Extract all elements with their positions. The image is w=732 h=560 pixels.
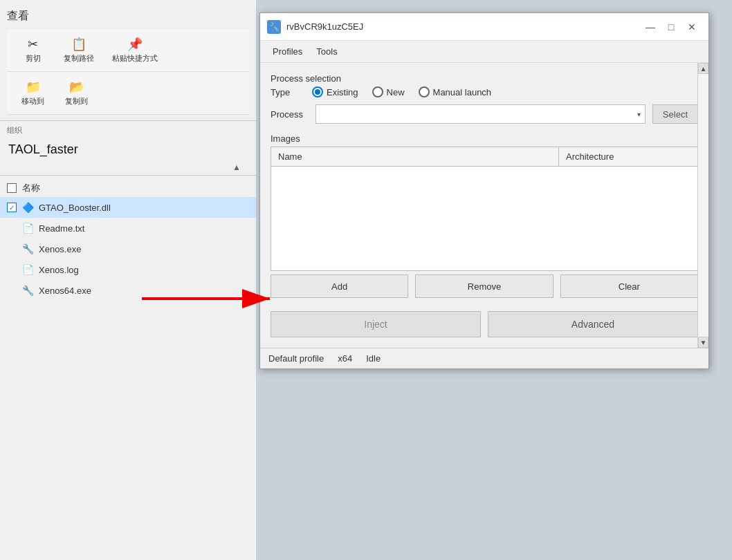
scroll-down[interactable]: ▼ bbox=[698, 337, 708, 348]
maximize-button[interactable]: □ bbox=[661, 19, 681, 35]
dialog-window: 🔧 rvBvCR9k1uzC5EJ — □ ✕ Profiles Tools P… bbox=[259, 12, 709, 369]
app-icon: 🔧 bbox=[267, 20, 281, 34]
folder-title: TAOL_faster bbox=[0, 137, 256, 160]
menu-bar: Profiles Tools bbox=[260, 41, 708, 63]
status-profile: Default profile bbox=[268, 353, 324, 364]
file-checkbox-empty[interactable] bbox=[7, 223, 17, 233]
cut-button[interactable]: ✂ 剪切 bbox=[14, 33, 52, 67]
paste-icon: 📌 bbox=[127, 37, 143, 52]
process-row: Process ▾ Select bbox=[271, 104, 698, 124]
type-label: Type bbox=[271, 87, 298, 97]
toolbar-buttons: ✂ 剪切 📋 复制路径 📌 粘贴快捷方式 bbox=[7, 29, 249, 72]
red-arrow bbox=[142, 288, 280, 309]
exe64-icon: 🔧 bbox=[21, 283, 35, 297]
select-all-checkbox[interactable] bbox=[7, 183, 17, 193]
paste-label: 粘贴快捷方式 bbox=[112, 53, 158, 64]
name-column-header: 名称 bbox=[22, 182, 40, 194]
process-dropdown[interactable]: ▾ bbox=[315, 104, 646, 124]
process-selection-section: Process selection Type Existing New Manu… bbox=[271, 73, 698, 124]
file-name: Xenos64.exe bbox=[39, 286, 91, 296]
file-name: Xenos.exe bbox=[39, 244, 81, 254]
title-bar: 🔧 rvBvCR9k1uzC5EJ — □ ✕ bbox=[260, 13, 708, 41]
file-checkbox-empty[interactable] bbox=[7, 244, 17, 254]
images-section-label: Images bbox=[271, 133, 698, 144]
advanced-button[interactable]: Advanced bbox=[488, 311, 698, 337]
file-item[interactable]: ✓ 🔷 GTAO_Booster.dll bbox=[0, 197, 256, 218]
move-icon: 📁 bbox=[26, 80, 41, 95]
file-item[interactable]: 📄 Xenos.log bbox=[0, 259, 256, 280]
radio-new[interactable]: New bbox=[372, 86, 405, 97]
exe-icon: 🔧 bbox=[21, 242, 35, 256]
copy-icon: 📂 bbox=[69, 80, 84, 95]
dialog-content: Process selection Type Existing New Manu… bbox=[260, 63, 708, 348]
status-arch: x64 bbox=[338, 353, 352, 364]
radio-manual-label: Manual launch bbox=[433, 87, 492, 97]
file-checkbox-empty[interactable] bbox=[7, 286, 17, 295]
col-arch-header: Architecture bbox=[559, 147, 697, 166]
minimize-button[interactable]: — bbox=[641, 19, 660, 35]
copy-path-label: 复制路径 bbox=[64, 53, 94, 64]
images-table-body bbox=[271, 167, 697, 270]
copy-path-icon: 📋 bbox=[71, 37, 86, 52]
app-icon-symbol: 🔧 bbox=[269, 22, 280, 32]
cut-label: 剪切 bbox=[26, 53, 41, 64]
scroll-up-arrow[interactable]: ▲ bbox=[232, 162, 241, 172]
move-label: 移动到 bbox=[21, 96, 44, 106]
file-list: 名称 ✓ 🔷 GTAO_Booster.dll 📄 Readme.txt 🔧 X… bbox=[0, 176, 256, 304]
radio-existing-label: Existing bbox=[327, 87, 358, 97]
window-controls: — □ ✕ bbox=[641, 19, 702, 35]
file-item[interactable]: 📄 Readme.txt bbox=[0, 218, 256, 239]
toolbar-buttons-2: 📁 移动到 📂 复制到 bbox=[7, 72, 249, 115]
action-buttons: Add Remove Clear bbox=[271, 274, 698, 298]
radio-manual-circle[interactable] bbox=[419, 86, 430, 97]
type-row: Type Existing New Manual launch bbox=[271, 86, 698, 97]
close-button[interactable]: ✕ bbox=[682, 19, 702, 35]
select-button[interactable]: Select bbox=[652, 104, 698, 124]
file-name: Readme.txt bbox=[39, 223, 84, 234]
images-table: Name Architecture bbox=[271, 147, 698, 271]
col-name-header: Name bbox=[271, 147, 559, 166]
explorer-toolbar: 查看 ✂ 剪切 📋 复制路径 📌 粘贴快捷方式 📁 移动到 📂 复制到 bbox=[0, 0, 256, 121]
clear-button[interactable]: Clear bbox=[560, 274, 698, 298]
file-list-header: 名称 bbox=[0, 179, 256, 197]
status-bar: Default profile x64 Idle bbox=[260, 348, 708, 368]
radio-new-circle[interactable] bbox=[372, 86, 383, 97]
scroll-track[interactable] bbox=[698, 74, 708, 337]
dialog-title: rvBvCR9k1uzC5EJ bbox=[286, 21, 641, 32]
copy-label: 复制到 bbox=[65, 96, 88, 106]
radio-new-label: New bbox=[387, 87, 405, 97]
right-scrollbar: ▲ ▼ bbox=[697, 63, 708, 348]
dropdown-arrow-icon: ▾ bbox=[637, 111, 641, 118]
radio-existing-circle[interactable] bbox=[312, 86, 323, 97]
explorer-panel: 查看 ✂ 剪切 📋 复制路径 📌 粘贴快捷方式 📁 移动到 📂 复制到 bbox=[0, 0, 256, 560]
file-name: Xenos.log bbox=[39, 265, 79, 275]
radio-existing[interactable]: Existing bbox=[312, 86, 358, 97]
dll-icon: 🔷 bbox=[21, 200, 35, 214]
scroll-up[interactable]: ▲ bbox=[698, 63, 708, 74]
radio-manual[interactable]: Manual launch bbox=[419, 86, 492, 97]
paste-shortcut-button[interactable]: 📌 粘贴快捷方式 bbox=[106, 33, 164, 67]
log-icon: 📄 bbox=[21, 263, 35, 277]
process-section-label: Process selection bbox=[271, 73, 698, 84]
images-section: Images Name Architecture Add Remove Clea… bbox=[271, 133, 698, 298]
cut-icon: ✂ bbox=[28, 37, 38, 52]
profiles-menu[interactable]: Profiles bbox=[266, 44, 309, 59]
file-checkbox[interactable]: ✓ bbox=[7, 203, 17, 212]
copy-to-button[interactable]: 📂 复制到 bbox=[57, 76, 95, 110]
bottom-buttons: Inject Advanced bbox=[271, 311, 698, 337]
txt-icon: 📄 bbox=[21, 221, 35, 235]
file-item[interactable]: 🔧 Xenos.exe bbox=[0, 239, 256, 259]
process-label: Process bbox=[271, 109, 309, 120]
explorer-view-label: 查看 bbox=[7, 6, 249, 29]
organize-label: 组织 bbox=[0, 121, 256, 137]
inject-button[interactable]: Inject bbox=[271, 311, 481, 337]
file-checkbox-empty[interactable] bbox=[7, 265, 17, 274]
images-table-header: Name Architecture bbox=[271, 147, 697, 167]
add-button[interactable]: Add bbox=[271, 274, 408, 298]
status-state: Idle bbox=[366, 353, 381, 364]
move-to-button[interactable]: 📁 移动到 bbox=[14, 76, 52, 110]
copy-path-button[interactable]: 📋 复制路径 bbox=[57, 33, 100, 67]
remove-button[interactable]: Remove bbox=[415, 274, 553, 298]
tools-menu[interactable]: Tools bbox=[309, 44, 344, 59]
file-name: GTAO_Booster.dll bbox=[39, 203, 111, 213]
